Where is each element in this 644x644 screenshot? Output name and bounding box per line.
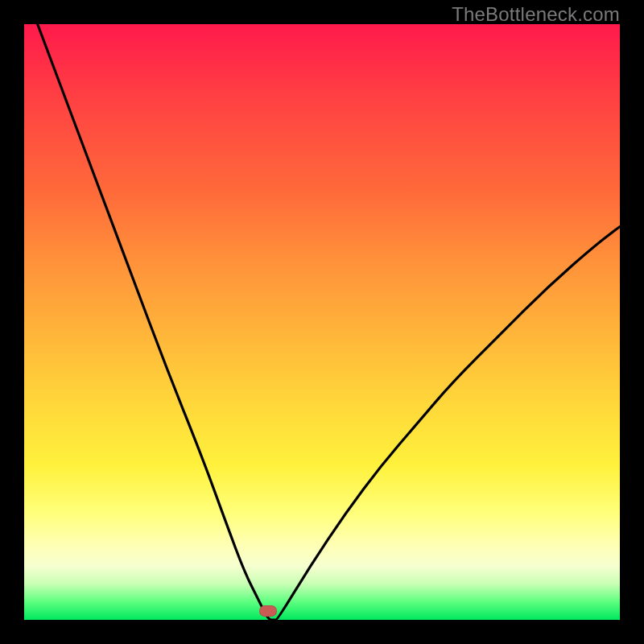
- plot-area: [24, 24, 620, 620]
- watermark-text: TheBottleneck.com: [452, 3, 620, 26]
- bottleneck-marker: [259, 605, 277, 617]
- chart-frame: TheBottleneck.com: [0, 0, 644, 644]
- bottleneck-curve: [24, 24, 620, 620]
- curve-svg: [24, 24, 620, 620]
